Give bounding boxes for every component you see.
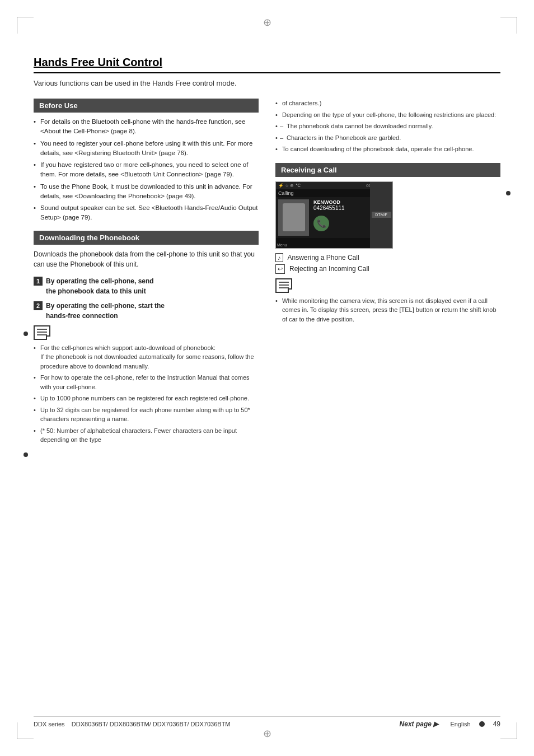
crosshair-top [261, 17, 273, 28]
downloading-description: Downloads the phonebook data from the ce… [34, 249, 259, 269]
page-title: Hands Free Unit Control [34, 56, 500, 73]
crop-mark-bl [17, 722, 34, 739]
bottom-left-bullet [24, 452, 28, 457]
footer-right: Next page ▶ English 49 [400, 720, 500, 728]
side-panel: DTM/F [370, 182, 392, 248]
before-use-heading: Before Use [34, 99, 259, 113]
right-bullet-marker [506, 191, 510, 195]
crop-mark-tr [500, 17, 517, 34]
step-2-row: 2 By operating the cell-phone, start the… [34, 301, 259, 321]
dl-note-5: (* 50: Number of alphabetical characters… [34, 426, 259, 445]
step-1-number: 1 [34, 277, 43, 286]
left-column: Before Use For details on the Bluetooth … [34, 99, 259, 459]
before-use-item-1: For details on the Bluetooth cell-phone … [34, 117, 259, 137]
avatar-image [283, 203, 305, 231]
footer-model-list: DDX8036BT/ DDX8036BTM/ DDX7036BT/ DDX703… [72, 721, 231, 727]
crop-mark-tl [17, 17, 34, 34]
page-container: Hands Free Unit Control Various function… [0, 0, 534, 756]
footer-models: DDX series DDX8036BT/ DDX8036BTM/ DDX703… [34, 721, 231, 727]
before-use-item-2: You need to register your cell-phone bef… [34, 139, 259, 158]
note-icon-row [34, 325, 259, 340]
before-use-item-3: If you have registered two or more cell-… [34, 160, 259, 180]
main-content: Hands Free Unit Control Various function… [34, 56, 500, 711]
step-2-number: 2 [34, 301, 43, 310]
crop-mark-br [500, 722, 517, 739]
step-1-row: 1 By operating the cell-phone, sendthe p… [34, 276, 259, 296]
phone-screen-mockup: ⚡ ☆ ⊕ ℃ 00:04-00:05 Calling [275, 181, 393, 249]
right-col-notes: of characters.) Depending on the type of… [275, 99, 500, 154]
menu-label: Menu [277, 243, 287, 247]
rc-note-2: Depending on the type of your cell-phone… [275, 110, 500, 120]
dl-note-2: For how to operate the cell-phone, refer… [34, 373, 259, 391]
reject-call-action: ↩ Rejecting an Incoming Call [275, 264, 500, 274]
rc-note-dash-1: – The phonebook data cannot be downloade… [275, 122, 500, 131]
downloading-heading: Downloading the Phonebook [34, 231, 259, 245]
before-use-section: Before Use For details on the Bluetooth … [34, 99, 259, 223]
dl-note-3: Up to 1000 phone numbers can be register… [34, 394, 259, 403]
screen-avatar [278, 199, 309, 236]
reject-label: Rejecting an Incoming Call [289, 265, 369, 273]
reject-icon: ↩ [275, 264, 285, 274]
footer-page-number: 49 [493, 720, 500, 728]
two-column-layout: Before Use For details on the Bluetooth … [34, 99, 500, 459]
dl-note-1: For the cell-phones which support auto-d… [34, 343, 259, 371]
answer-icon: ♪ [275, 253, 283, 262]
step-2-text: By operating the cell-phone, start theha… [46, 301, 165, 321]
receiving-section: Receiving a Call ⚡ ☆ ⊕ ℃ 00:04-00:05 Cal… [275, 163, 500, 324]
next-page-label: Next page ▶ [400, 720, 439, 728]
rc-note-3: To cancel downloading of the phonebook d… [275, 144, 500, 154]
before-use-item-5: Sound output speaker can be set. See <Bl… [34, 203, 259, 223]
dl-note-4: Up to 32 digits can be registered for ea… [34, 405, 259, 424]
rc-note-1: of characters.) [275, 99, 500, 108]
footer-series: DDX series [34, 721, 65, 727]
note-icon [34, 325, 50, 340]
step-1-text: By operating the cell-phone, sendthe pho… [46, 276, 154, 296]
rc-note-dash-2: – Characters in the Phonebook are garble… [275, 133, 500, 143]
page-footer: DDX series DDX8036BT/ DDX8036BTM/ DDX703… [34, 716, 500, 728]
downloading-notes-list: For the cell-phones which support auto-d… [34, 343, 259, 445]
screen-header-icons: ⚡ ☆ ⊕ ℃ [278, 183, 301, 188]
before-use-list: For details on the Bluetooth cell-phone … [34, 117, 259, 223]
answer-call-action: ♪ Answering a Phone Call [275, 253, 500, 262]
downloading-section: Downloading the Phonebook Downloads the … [34, 231, 259, 445]
note-section: For the cell-phones which support auto-d… [34, 325, 259, 445]
before-use-item-4: To use the Phone Book, it must be downlo… [34, 182, 259, 202]
crosshair-bottom [261, 728, 273, 739]
dtmf-button: DTM/F [372, 212, 391, 218]
receiving-notes-list: While monitoring the camera view, this s… [275, 296, 500, 324]
left-bullet-marker [24, 332, 28, 336]
receiving-heading: Receiving a Call [275, 163, 500, 177]
bottom-marker-area [34, 450, 259, 459]
footer-dot [479, 721, 485, 727]
page-subtitle: Various functions can be used in the Han… [34, 79, 500, 87]
answer-button-icon: 📞 [313, 216, 329, 231]
receiving-note-icon [275, 278, 292, 293]
receiving-note-text: While monitoring the camera view, this s… [275, 296, 500, 324]
receiving-note-icon-row [275, 278, 500, 293]
screen-body: KENWOOD 0426455111 📞 DTM/F [276, 197, 392, 238]
answer-label: Answering a Phone Call [288, 254, 359, 262]
right-column: of characters.) Depending on the type of… [275, 99, 500, 326]
receiving-note-section: While monitoring the camera view, this s… [275, 278, 500, 324]
footer-language: English [450, 721, 470, 727]
